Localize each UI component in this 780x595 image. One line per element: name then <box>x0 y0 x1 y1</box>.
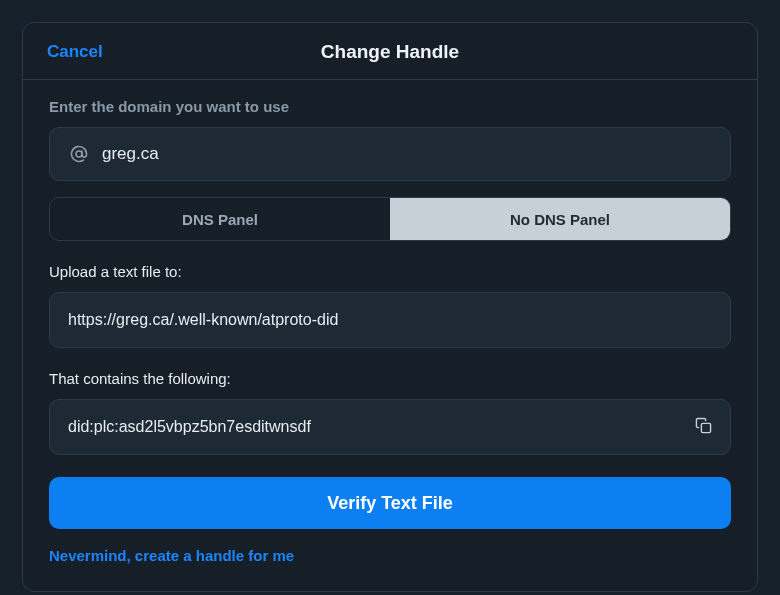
change-handle-modal: Cancel Change Handle Enter the domain yo… <box>22 22 758 592</box>
modal-body: Enter the domain you want to use DNS Pan… <box>23 80 757 591</box>
contents-text: did:plc:asd2l5vbpz5bn7esditwnsdf <box>68 418 311 436</box>
tab-dns-panel[interactable]: DNS Panel <box>50 198 390 240</box>
at-sign-icon <box>70 145 88 163</box>
modal-title: Change Handle <box>321 41 459 63</box>
upload-url-text: https://greg.ca/.well-known/atproto-did <box>68 311 338 329</box>
svg-point-0 <box>76 151 82 157</box>
upload-label: Upload a text file to: <box>49 263 731 280</box>
domain-input[interactable] <box>102 144 710 164</box>
svg-rect-1 <box>701 423 710 432</box>
tab-no-dns-panel[interactable]: No DNS Panel <box>390 198 730 240</box>
cancel-button[interactable]: Cancel <box>47 42 103 62</box>
contents-box: did:plc:asd2l5vbpz5bn7esditwnsdf <box>49 399 731 455</box>
create-handle-link[interactable]: Nevermind, create a handle for me <box>49 547 294 564</box>
contents-label: That contains the following: <box>49 370 731 387</box>
copy-button[interactable] <box>695 417 712 438</box>
verify-text-file-button[interactable]: Verify Text File <box>49 477 731 529</box>
copy-icon <box>695 417 712 438</box>
upload-url-box: https://greg.ca/.well-known/atproto-did <box>49 292 731 348</box>
domain-label: Enter the domain you want to use <box>49 98 731 115</box>
domain-input-row[interactable] <box>49 127 731 181</box>
modal-header: Cancel Change Handle <box>23 23 757 80</box>
tabs: DNS Panel No DNS Panel <box>49 197 731 241</box>
